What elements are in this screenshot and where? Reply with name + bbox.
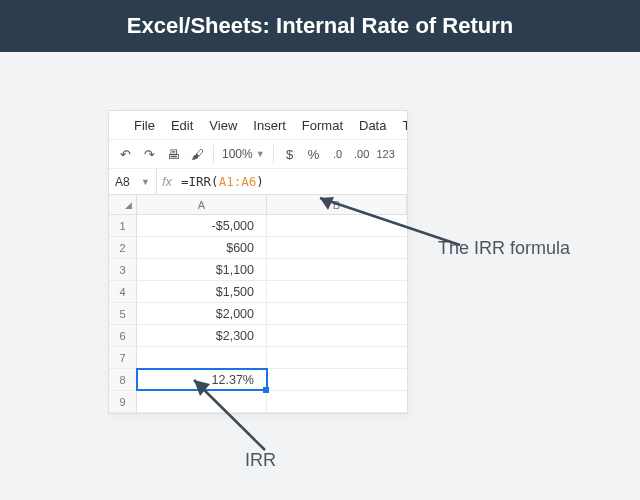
formula-open: ( (211, 174, 219, 189)
zoom-dropdown[interactable]: 100% ▼ (222, 147, 265, 161)
cell-a[interactable]: -$5,000 (137, 215, 267, 236)
menu-data[interactable]: Data (352, 114, 393, 137)
menu-view[interactable]: View (202, 114, 244, 137)
cell-a[interactable] (137, 347, 267, 368)
redo-icon[interactable]: ↷ (141, 147, 157, 162)
fx-icon: fx (157, 175, 177, 189)
menu-tools-cut[interactable]: To (395, 114, 407, 137)
row-header[interactable]: 3 (109, 259, 137, 280)
toolbar-separator (213, 145, 214, 163)
svg-line-0 (320, 198, 460, 245)
currency-icon[interactable]: $ (282, 147, 298, 162)
cell-a[interactable]: $600 (137, 237, 267, 258)
cell-b[interactable] (267, 325, 407, 346)
cell-b[interactable] (267, 303, 407, 324)
formula-fn: IRR (189, 174, 212, 189)
paint-format-icon[interactable]: 🖌 (189, 147, 205, 162)
table-row: 4$1,500 (109, 281, 407, 303)
svg-marker-1 (320, 197, 334, 210)
cell-b[interactable] (267, 281, 407, 302)
cell-a[interactable]: $2,300 (137, 325, 267, 346)
cell-b[interactable] (267, 347, 407, 368)
table-row: 3$1,100 (109, 259, 407, 281)
table-row: 7 (109, 347, 407, 369)
chevron-down-icon: ▼ (256, 149, 265, 159)
percent-icon[interactable]: % (306, 147, 322, 162)
chevron-down-icon: ▼ (141, 177, 150, 187)
row-header[interactable]: 8 (109, 369, 137, 390)
col-header-a[interactable]: A (137, 195, 267, 214)
cell-a[interactable]: $1,500 (137, 281, 267, 302)
row-header[interactable]: 1 (109, 215, 137, 236)
row-header[interactable]: 9 (109, 391, 137, 412)
select-all-corner[interactable]: ◢ (109, 195, 137, 214)
row-header[interactable]: 7 (109, 347, 137, 368)
cell-a[interactable]: $1,100 (137, 259, 267, 280)
formula-range: A1:A6 (219, 174, 257, 189)
menu-insert[interactable]: Insert (246, 114, 293, 137)
menu-file[interactable]: File (127, 114, 162, 137)
print-icon[interactable]: 🖶 (165, 147, 181, 162)
formula-close: ) (256, 174, 264, 189)
cell-a[interactable]: $2,000 (137, 303, 267, 324)
number-format-cut[interactable]: 123 (378, 148, 394, 160)
sheets-window: File Edit View Insert Format Data To ↶ ↷… (108, 110, 408, 414)
menu-edit[interactable]: Edit (164, 114, 200, 137)
toolbar-separator (273, 145, 274, 163)
increase-decimal-icon[interactable]: .00 (354, 148, 370, 160)
formula-eq: = (181, 174, 189, 189)
row-header[interactable]: 2 (109, 237, 137, 258)
svg-line-2 (194, 380, 265, 450)
zoom-value: 100% (222, 147, 253, 161)
undo-icon[interactable]: ↶ (117, 147, 133, 162)
row-header[interactable]: 5 (109, 303, 137, 324)
row-header[interactable]: 6 (109, 325, 137, 346)
arrow-to-formula (300, 190, 470, 260)
decrease-decimal-icon[interactable]: .0 (330, 148, 346, 160)
menu-bar: File Edit View Insert Format Data To (109, 111, 407, 139)
name-box[interactable]: A8 ▼ (109, 169, 157, 194)
menu-format[interactable]: Format (295, 114, 350, 137)
page-title: Excel/Sheets: Internal Rate of Return (0, 0, 640, 52)
formula-input[interactable]: =IRR(A1:A6) (177, 174, 407, 189)
row-header[interactable]: 4 (109, 281, 137, 302)
arrow-to-irr-cell (180, 370, 290, 460)
cell-b[interactable] (267, 259, 407, 280)
table-row: 5$2,000 (109, 303, 407, 325)
name-box-value: A8 (115, 175, 130, 189)
toolbar: ↶ ↷ 🖶 🖌 100% ▼ $ % .0 .00 123 (109, 139, 407, 169)
table-row: 6$2,300 (109, 325, 407, 347)
